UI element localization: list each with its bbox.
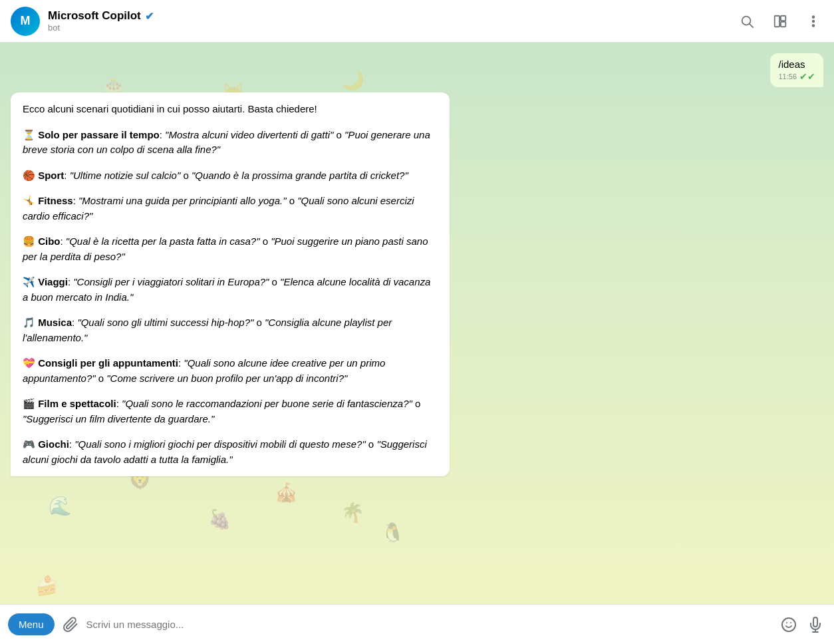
chat-messages: /ideas 11:56 ✔✔ Ecco alcuni scenari quot…	[0, 43, 834, 604]
contact-status: bot	[48, 23, 737, 33]
more-icon	[806, 14, 821, 29]
category-examples: "Mostra alcuni video divertenti di gatti…	[165, 129, 333, 140]
contact-name-text: Microsoft Copilot	[48, 9, 141, 23]
emoji-icon	[781, 617, 797, 633]
contact-name: Microsoft Copilot ✔	[48, 9, 737, 23]
svg-line-1	[750, 24, 753, 27]
category-label: Sport	[38, 170, 64, 181]
verified-icon: ✔	[145, 10, 154, 23]
category-label: Cibo	[38, 236, 60, 247]
received-message: Ecco alcuni scenari quotidiani in cui po…	[11, 92, 450, 476]
chat-area: 🍕🎂🌸🐱⚽🌙🎀🍦🦋🎸🎃🌺🐶🍎🎯🌈🦄🎪🍓🎭🎨🌟🐸🍭🎵🦊🍩🎡🌻🐬🎲🍋🎠🌊🦁🍇🎪🌴🐧🍰…	[0, 43, 834, 604]
attach-icon	[63, 617, 78, 633]
category-examples: "Quali sono gli ultimi successi hip-hop?…	[77, 317, 253, 328]
svg-rect-3	[781, 15, 785, 20]
category-label: Viaggi	[38, 276, 68, 287]
category-label: Fitness	[38, 195, 73, 206]
message-time: 11:56	[778, 73, 797, 80]
category-examples-2: "Quando è la prossima grande partita di …	[192, 170, 408, 181]
svg-point-6	[813, 20, 815, 22]
category-examples: "Ultime notizie sul calcio"	[70, 170, 181, 181]
category-examples: "Quali sono le raccomandazioni per buone…	[122, 398, 412, 409]
header-actions	[737, 11, 823, 31]
category-examples: "Qual è la ricetta per la pasta fatta in…	[66, 236, 260, 247]
avatar: M	[11, 7, 40, 36]
svg-rect-2	[775, 15, 779, 27]
category-examples-2: "Come scrivere un buon profilo per un'ap…	[106, 373, 347, 384]
message-meta: 11:56 ✔✔	[778, 71, 815, 82]
category-item: ✈️ Viaggi: "Consigli per i viaggiatori s…	[23, 275, 438, 305]
category-item: 🍔 Cibo: "Qual è la ricetta per la pasta …	[23, 234, 438, 264]
search-button[interactable]	[737, 11, 757, 31]
chat-header: M Microsoft Copilot ✔ bot	[0, 0, 834, 43]
category-label: Film e spettacoli	[38, 398, 116, 409]
category-label: Consigli per gli appuntamenti	[38, 357, 178, 369]
svg-point-8	[782, 618, 795, 631]
header-info: Microsoft Copilot ✔ bot	[48, 9, 737, 33]
message-input[interactable]	[86, 619, 773, 630]
sent-message: /ideas 11:56 ✔✔	[770, 53, 823, 87]
category-item: ⏳ Solo per passare il tempo: "Mostra alc…	[23, 128, 438, 158]
more-button[interactable]	[803, 11, 823, 31]
received-bubble: Ecco alcuni scenari quotidiani in cui po…	[11, 92, 450, 476]
category-label: Musica	[38, 317, 72, 328]
category-examples: "Consigli per i viaggiatori solitari in …	[73, 276, 269, 287]
category-item: 🎵 Musica: "Quali sono gli ultimi success…	[23, 315, 438, 345]
category-label: Giochi	[38, 438, 69, 450]
svg-point-5	[813, 16, 815, 18]
category-item: 🎬 Film e spettacoli: "Quali sono le racc…	[23, 397, 438, 426]
category-label: Solo per passare il tempo	[38, 129, 160, 140]
category-examples: "Quali sono i migliori giochi per dispos…	[74, 438, 366, 450]
layout-icon	[773, 14, 787, 29]
category-item: 🤸 Fitness: "Mostrami una guida per princ…	[23, 194, 438, 224]
category-examples-2: "Suggerisci un film divertente da guarda…	[23, 413, 214, 424]
category-item: 💝 Consigli per gli appuntamenti: "Quali …	[23, 356, 438, 386]
layout-button[interactable]	[770, 11, 790, 31]
categories-list: ⏳ Solo per passare il tempo: "Mostra alc…	[23, 128, 438, 468]
microphone-button[interactable]	[805, 614, 826, 635]
category-item: 🏀 Sport: "Ultime notizie sul calcio" o "…	[23, 168, 438, 184]
sent-bubble: /ideas 11:56 ✔✔	[770, 53, 823, 87]
microphone-icon	[807, 617, 823, 633]
menu-button[interactable]: Menu	[8, 613, 55, 635]
category-item: 🎮 Giochi: "Quali sono i migliori giochi …	[23, 437, 438, 467]
input-bar: Menu	[0, 604, 834, 644]
attach-button[interactable]	[60, 614, 81, 635]
search-icon	[740, 14, 754, 29]
category-examples: "Mostrami una guida per principianti all…	[78, 195, 286, 206]
emoji-button[interactable]	[778, 614, 799, 635]
sent-text: /ideas	[778, 59, 815, 70]
read-check-icon: ✔✔	[799, 71, 815, 82]
intro-text: Ecco alcuni scenari quotidiani in cui po…	[23, 102, 438, 117]
svg-rect-4	[781, 21, 785, 26]
svg-point-7	[813, 25, 815, 27]
